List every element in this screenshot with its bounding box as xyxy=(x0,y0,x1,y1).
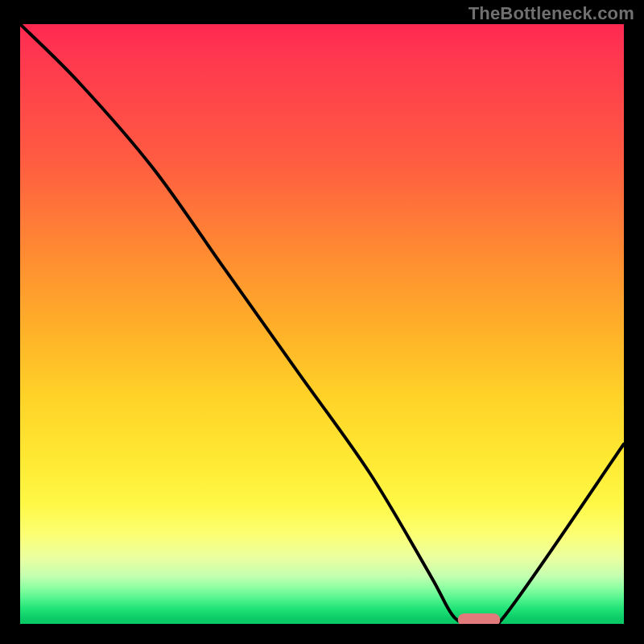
optimum-marker xyxy=(458,613,501,624)
plot-area xyxy=(20,24,624,624)
chart-frame: TheBottleneck.com xyxy=(0,0,644,644)
curve-layer xyxy=(20,24,624,624)
bottleneck-curve-path xyxy=(20,24,624,624)
bottleneck-curve-svg xyxy=(20,24,624,624)
marker-layer xyxy=(458,613,501,624)
watermark-text: TheBottleneck.com xyxy=(469,3,634,24)
